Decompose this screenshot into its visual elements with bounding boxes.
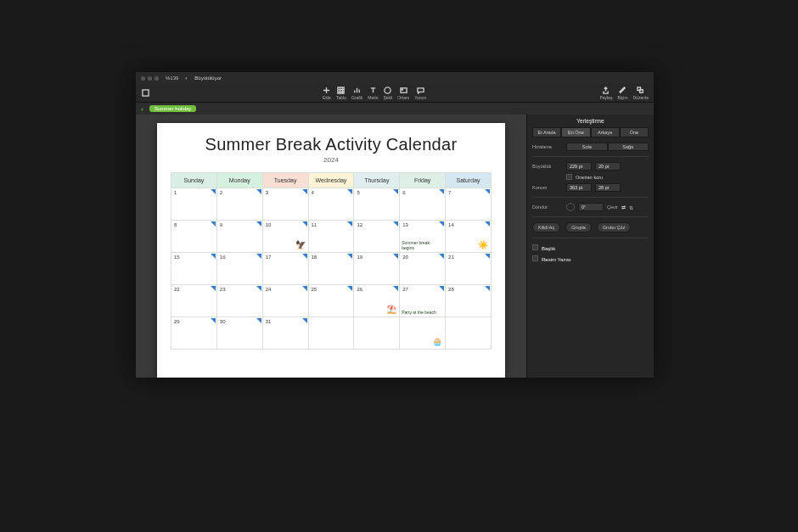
tool-media[interactable]: Ortam	[397, 86, 409, 100]
calendar-cell[interactable]	[308, 317, 354, 350]
minimize-icon[interactable]	[148, 76, 152, 81]
page-title[interactable]: Summer Break Activity Calendar	[171, 135, 492, 154]
tool-format[interactable]: Biçim	[617, 86, 627, 100]
day-number: 24	[266, 287, 272, 292]
cell-event[interactable]: Party at the beach	[402, 311, 443, 316]
close-icon[interactable]	[141, 76, 145, 81]
tool-text[interactable]: Metin	[368, 86, 378, 100]
flip-label: Çevir	[607, 204, 618, 210]
calendar-cell[interactable]: 15	[171, 253, 217, 285]
page-year[interactable]: 2024	[171, 156, 492, 164]
zoom-level[interactable]: %139	[166, 76, 178, 81]
pos-y-field[interactable]: 28 pt	[595, 183, 621, 192]
flip-v-icon[interactable]: ⇅	[629, 204, 633, 210]
calendar-cell[interactable]: 1	[171, 188, 217, 221]
height-field[interactable]: 20 pt	[595, 162, 621, 171]
calendar-cell[interactable]: 31	[262, 317, 308, 350]
pos-x-field[interactable]: 363 pt	[566, 183, 592, 192]
group-button[interactable]: Grupla	[565, 222, 592, 232]
cell-corner-icon	[302, 254, 307, 259]
add-sheet-button[interactable]: ＋	[139, 105, 146, 112]
cell-graphic-icon[interactable]: 🧁	[432, 337, 442, 346]
canvas[interactable]: Summer Break Activity Calendar 2024 Sund…	[136, 115, 526, 378]
calendar-cell[interactable]: 20	[400, 253, 446, 285]
calendar-table[interactable]: SundayMondayTuesdayWednesdayThursdayFrid…	[171, 172, 492, 350]
calendar-cell[interactable]: 24	[262, 285, 308, 317]
cell-corner-icon	[302, 318, 307, 323]
calendar-cell[interactable]: 28	[446, 285, 492, 317]
rotate-field[interactable]: 0°	[578, 203, 604, 211]
sheet-tabbar: ＋ Summer holiday	[136, 103, 654, 115]
calendar-cell[interactable]: 16	[216, 253, 262, 285]
tool-chart[interactable]: Grafik	[351, 86, 362, 100]
view-icon	[141, 89, 149, 98]
day-number: 16	[220, 255, 226, 260]
calendar-cell[interactable]: 22	[171, 285, 217, 317]
align-left-button[interactable]: Sola	[566, 143, 608, 151]
calendar-cell[interactable]: 🧁	[400, 317, 446, 350]
cell-event[interactable]: Summer break begins	[402, 241, 443, 250]
lock-button[interactable]: Kilidi Aç	[532, 222, 560, 232]
calendar-cell[interactable]: 17	[262, 253, 308, 285]
calendar-cell[interactable]: 29	[171, 317, 217, 350]
calendar-cell[interactable]: 6	[400, 188, 446, 221]
width-field[interactable]: 229 pt	[566, 162, 592, 171]
ungroup-button[interactable]: Grubu Çöz	[597, 222, 632, 232]
day-number: 26	[357, 287, 362, 292]
lock-ratio-checkbox[interactable]	[566, 174, 572, 180]
day-number: 12	[357, 222, 362, 227]
tab-front[interactable]: En Öne	[561, 127, 590, 137]
chevron-down-icon[interactable]: ▾	[185, 76, 188, 81]
window-controls[interactable]	[141, 76, 159, 81]
tab-backward[interactable]: Arkaya	[591, 127, 620, 137]
cell-corner-icon	[485, 221, 490, 227]
flip-h-icon[interactable]: ⇄	[621, 204, 626, 210]
tab-back[interactable]: Et Arada	[532, 127, 561, 137]
cell-graphic-icon[interactable]: ⛱️	[386, 305, 396, 314]
calendar-cell[interactable]: 14☀️	[446, 221, 492, 253]
tool-organize[interactable]: Düzenle	[633, 86, 649, 100]
calendar-cell[interactable]: 13Summer break begins	[400, 221, 446, 253]
day-number: 13	[402, 222, 408, 227]
sheet-tab[interactable]: Summer holiday	[149, 105, 196, 112]
title-checkbox[interactable]	[532, 244, 538, 250]
tool-shape[interactable]: Şekli	[383, 86, 392, 100]
tool-label: Yorum	[414, 95, 426, 100]
calendar-cell[interactable]: 25	[308, 285, 354, 317]
tab-forward[interactable]: Öne	[620, 127, 649, 137]
tool-comment[interactable]: Yorum	[414, 86, 426, 100]
tool-table[interactable]: Tablo	[336, 86, 346, 100]
calendar-cell[interactable]: 5	[354, 188, 400, 221]
calendar-cell[interactable]: 30	[216, 317, 262, 350]
tool-insert[interactable]: Ekle	[323, 86, 331, 100]
view-button[interactable]	[141, 89, 149, 98]
calendar-cell[interactable]: 23	[216, 285, 262, 317]
calendar-cell[interactable]: 11	[308, 221, 354, 253]
maximize-icon[interactable]	[155, 76, 159, 81]
cell-corner-icon	[302, 189, 307, 194]
calendar-cell[interactable]: 26⛱️	[354, 285, 400, 317]
tool-share[interactable]: Paylaş	[599, 86, 612, 100]
calendar-cell[interactable]: 12	[354, 221, 400, 253]
calendar-cell[interactable]: 4	[308, 188, 354, 221]
cell-graphic-icon[interactable]: ☀️	[478, 240, 488, 249]
calendar-cell[interactable]: 2	[216, 188, 262, 221]
calendar-cell[interactable]: 7	[446, 188, 492, 221]
calendar-cell[interactable]: 9	[216, 221, 262, 253]
cell-graphic-icon[interactable]: 🦅	[295, 240, 306, 249]
rotate-wheel-icon[interactable]	[566, 203, 575, 211]
align-right-button[interactable]: Sağa	[608, 143, 649, 151]
calendar-cell[interactable]	[446, 317, 492, 350]
caption-checkbox[interactable]	[532, 255, 538, 261]
inspector-title: Yerleştirme	[532, 118, 649, 124]
calendar-cell[interactable]: 18	[308, 253, 354, 285]
calendar-cell[interactable]: 21	[446, 253, 492, 285]
calendar-cell[interactable]: 3	[262, 188, 308, 221]
calendar-cell[interactable]: 10🦅	[262, 221, 308, 253]
calendar-cell[interactable]	[354, 317, 400, 350]
day-number: 9	[220, 222, 222, 227]
calendar-cell[interactable]: 8	[171, 221, 217, 253]
calendar-cell[interactable]: 19	[354, 253, 400, 285]
cell-corner-icon	[211, 318, 216, 323]
calendar-cell[interactable]: 27Party at the beach	[400, 285, 446, 317]
